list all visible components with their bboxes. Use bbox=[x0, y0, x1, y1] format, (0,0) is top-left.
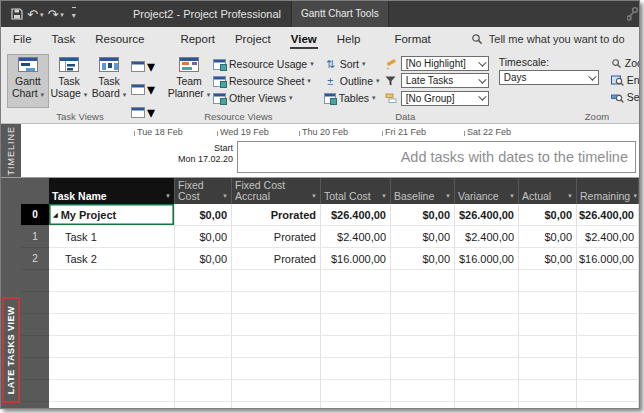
row-id[interactable] bbox=[21, 292, 49, 314]
accrual-cell[interactable]: Prorated bbox=[232, 204, 321, 226]
remaining-cell[interactable]: $2.400,00 bbox=[577, 226, 639, 248]
actual-cell[interactable] bbox=[519, 336, 577, 358]
outline-button[interactable]: ±Outline▾ bbox=[324, 73, 384, 89]
column-header-task-name[interactable]: Task Name▼ bbox=[49, 178, 175, 204]
total-cost-cell[interactable] bbox=[321, 314, 391, 336]
fixed-cost-cell[interactable] bbox=[175, 292, 232, 314]
row-id[interactable] bbox=[21, 336, 49, 358]
remaining-cell[interactable] bbox=[577, 380, 639, 402]
variance-cell[interactable] bbox=[455, 336, 519, 358]
timescale-combobox[interactable]: Days bbox=[499, 70, 599, 85]
baseline-cell[interactable] bbox=[391, 336, 455, 358]
sort-button[interactable]: ⇅Sort▾ bbox=[324, 56, 384, 72]
variance-cell[interactable] bbox=[455, 314, 519, 336]
gantt-chart-button[interactable]: Gantt Chart ▾ bbox=[7, 54, 49, 108]
group-combobox[interactable]: [No Group] bbox=[401, 91, 489, 106]
column-header-total-cost[interactable]: Total Cost▼ bbox=[321, 178, 391, 204]
filter-arrow-icon[interactable]: ▼ bbox=[220, 191, 228, 202]
row-id[interactable] bbox=[21, 314, 49, 336]
row-id[interactable]: 2 bbox=[21, 248, 49, 270]
task-name-cell[interactable]: Task 2 bbox=[49, 248, 175, 270]
baseline-cell[interactable]: $0,00 bbox=[391, 226, 455, 248]
variance-cell[interactable] bbox=[455, 292, 519, 314]
total-cost-cell[interactable] bbox=[321, 270, 391, 292]
actual-cell[interactable] bbox=[519, 314, 577, 336]
tables-button[interactable]: Tables▾ bbox=[324, 90, 384, 106]
actual-cell[interactable]: $0,00 bbox=[519, 226, 577, 248]
row-id[interactable] bbox=[21, 402, 49, 409]
variance-cell[interactable] bbox=[455, 402, 519, 409]
zoom-button[interactable]: Zoom▾ bbox=[611, 55, 640, 71]
baseline-cell[interactable] bbox=[391, 314, 455, 336]
filter-arrow-icon[interactable]: ▼ bbox=[309, 191, 317, 202]
actual-cell[interactable]: $0,00 bbox=[519, 248, 577, 270]
baseline-cell[interactable] bbox=[391, 358, 455, 380]
baseline-cell[interactable]: $0,00 bbox=[391, 248, 455, 270]
fixed-cost-cell[interactable] bbox=[175, 358, 232, 380]
accrual-cell[interactable] bbox=[232, 402, 321, 409]
actual-cell[interactable] bbox=[519, 358, 577, 380]
total-cost-cell[interactable]: $26.400,00 bbox=[321, 204, 391, 226]
filter-combobox[interactable]: Late Tasks bbox=[401, 73, 489, 88]
filter-arrow-icon[interactable]: ▼ bbox=[443, 191, 451, 202]
filter-arrow-icon[interactable]: ▼ bbox=[565, 191, 573, 202]
baseline-cell[interactable]: $0,00 bbox=[391, 204, 455, 226]
task-name-cell[interactable]: Task 1 bbox=[49, 226, 175, 248]
total-cost-cell[interactable] bbox=[321, 292, 391, 314]
tab-resource[interactable]: Resource bbox=[85, 27, 154, 51]
view-shortcut-button-2[interactable]: ▾ bbox=[131, 80, 155, 99]
task-name-cell[interactable] bbox=[49, 336, 175, 358]
variance-cell[interactable]: $16.000,00 bbox=[455, 248, 519, 270]
fixed-cost-cell[interactable] bbox=[175, 336, 232, 358]
active-view-badge[interactable]: LATE TASKS VIEW bbox=[2, 297, 20, 403]
accrual-cell[interactable] bbox=[232, 270, 321, 292]
fixed-cost-cell[interactable]: $0,00 bbox=[175, 248, 232, 270]
filter-arrow-icon[interactable]: ▼ bbox=[507, 191, 515, 202]
filter-arrow-icon[interactable]: ▼ bbox=[379, 191, 387, 202]
variance-cell[interactable] bbox=[455, 270, 519, 292]
accrual-cell[interactable]: Prorated bbox=[232, 226, 321, 248]
variance-cell[interactable] bbox=[455, 380, 519, 402]
remaining-cell[interactable]: $26.400,00 bbox=[577, 204, 639, 226]
accrual-cell[interactable] bbox=[232, 358, 321, 380]
variance-cell[interactable] bbox=[455, 358, 519, 380]
customize-qat-button[interactable]: ▾ bbox=[68, 7, 76, 22]
baseline-cell[interactable] bbox=[391, 292, 455, 314]
accrual-cell[interactable] bbox=[232, 336, 321, 358]
total-cost-cell[interactable]: $2.400,00 bbox=[321, 226, 391, 248]
column-header-remaining[interactable]: Remaining▼ bbox=[577, 178, 639, 204]
fixed-cost-cell[interactable] bbox=[175, 380, 232, 402]
total-cost-cell[interactable] bbox=[321, 402, 391, 409]
task-board-button[interactable]: Task Board ▾ bbox=[89, 54, 129, 108]
task-name-cell[interactable] bbox=[49, 292, 175, 314]
row-id[interactable]: 0 bbox=[21, 204, 49, 226]
baseline-cell[interactable] bbox=[391, 380, 455, 402]
row-id[interactable] bbox=[21, 380, 49, 402]
accrual-cell[interactable] bbox=[232, 314, 321, 336]
fixed-cost-cell[interactable]: $0,00 bbox=[175, 204, 232, 226]
task-name-cell[interactable] bbox=[49, 314, 175, 336]
accrual-cell[interactable] bbox=[232, 380, 321, 402]
tab-project[interactable]: Project bbox=[225, 27, 281, 51]
variance-cell[interactable]: $26.400,00 bbox=[455, 204, 519, 226]
tab-format[interactable]: Format bbox=[384, 27, 440, 51]
filter-arrow-icon[interactable]: ▼ bbox=[163, 191, 171, 202]
column-header-actual[interactable]: Actual▼ bbox=[519, 178, 577, 204]
remaining-cell[interactable]: $16.000,00 bbox=[577, 248, 639, 270]
timeline-pane-tab[interactable]: TIMELINE bbox=[1, 124, 21, 177]
baseline-cell[interactable] bbox=[391, 270, 455, 292]
undo-button[interactable]: ↶▾ bbox=[27, 8, 43, 21]
tab-report[interactable]: Report bbox=[170, 27, 225, 51]
highlight-combobox[interactable]: [No Highlight] bbox=[401, 56, 489, 71]
actual-cell[interactable] bbox=[519, 380, 577, 402]
other-views-button[interactable]: Other Views▾ bbox=[213, 90, 314, 106]
filter-arrow-icon[interactable]: ▼ bbox=[630, 191, 638, 202]
tab-help[interactable]: Help bbox=[327, 27, 371, 51]
accrual-cell[interactable]: Prorated bbox=[232, 248, 321, 270]
contextual-tab-header[interactable]: Gantt Chart Tools bbox=[291, 1, 389, 27]
view-shortcut-button-1[interactable]: ▾ bbox=[131, 57, 155, 76]
task-usage-button[interactable]: Task Usage ▾ bbox=[49, 54, 89, 108]
row-id[interactable]: 1 bbox=[21, 226, 49, 248]
column-header-fixed-cost-accrual[interactable]: Fixed Cost Accrual▼ bbox=[232, 178, 321, 204]
tab-file[interactable]: File bbox=[3, 27, 42, 51]
